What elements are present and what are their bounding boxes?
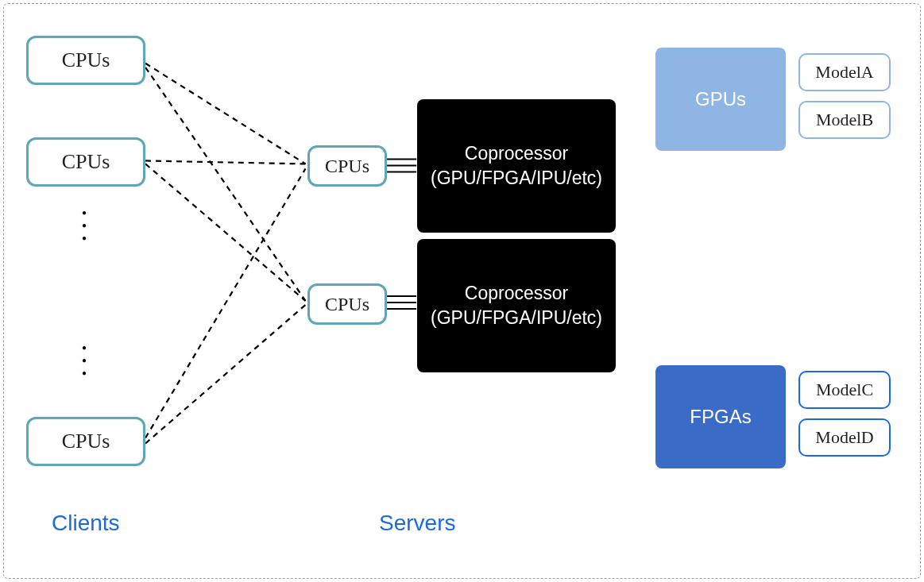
svg-line-4 xyxy=(145,168,305,437)
model-a-label: ModelA xyxy=(815,62,873,83)
fpgas-box: FPGAs xyxy=(655,365,786,468)
gpus-label: GPUs xyxy=(695,88,746,110)
model-c-label: ModelC xyxy=(816,380,873,400)
servers-section-label: Servers xyxy=(379,511,455,536)
coprocessor-label: Coprocessor (GPU/FPGA/IPU/etc) xyxy=(422,281,611,330)
server-cpu-box-2: CPUs xyxy=(307,283,387,325)
model-b-box: ModelB xyxy=(798,101,891,139)
server-cpu-box-1: CPUs xyxy=(307,145,387,187)
svg-line-0 xyxy=(145,64,305,164)
server-cpu-label: CPUs xyxy=(325,156,369,177)
svg-line-5 xyxy=(145,305,305,444)
coprocessor-box-1: Coprocessor (GPU/FPGA/IPU/etc) xyxy=(417,99,616,233)
vertical-dots-2: ●●● xyxy=(82,341,87,380)
client-cpu-box-2: CPUs xyxy=(26,137,145,187)
client-cpu-box-1: CPUs xyxy=(26,36,145,85)
coprocessor-box-2: Coprocessor (GPU/FPGA/IPU/etc) xyxy=(417,239,616,372)
vertical-dots-1: ●●● xyxy=(82,206,87,245)
model-d-label: ModelD xyxy=(815,427,873,448)
model-b-label: ModelB xyxy=(816,110,873,130)
fpgas-label: FPGAs xyxy=(690,406,751,428)
clients-section-label: Clients xyxy=(52,511,120,536)
svg-line-1 xyxy=(145,67,305,301)
gpus-box: GPUs xyxy=(655,48,786,151)
coprocessor-label: Coprocessor (GPU/FPGA/IPU/etc) xyxy=(422,141,611,191)
client-cpu-label: CPUs xyxy=(62,48,110,72)
server-cpu-label: CPUs xyxy=(325,294,369,315)
client-cpu-label: CPUs xyxy=(62,430,110,453)
model-a-box: ModelA xyxy=(798,53,891,91)
model-d-box: ModelD xyxy=(798,418,891,457)
svg-line-2 xyxy=(145,160,305,164)
svg-line-3 xyxy=(145,164,305,301)
client-cpu-label: CPUs xyxy=(62,150,110,174)
diagram-frame: CPUs CPUs ●●● ●●● CPUs CPUs CPUs Coproce… xyxy=(3,3,921,579)
model-c-box: ModelC xyxy=(798,371,891,409)
client-cpu-box-3: CPUs xyxy=(26,417,145,466)
